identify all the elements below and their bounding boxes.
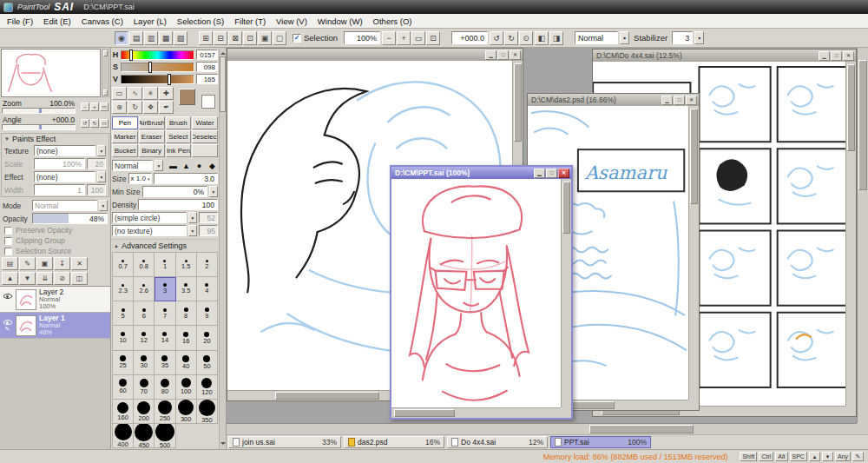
window-titlebar[interactable]: ▁ □ ✕	[227, 49, 523, 61]
nav-zoom-in-button[interactable]: +	[90, 103, 99, 111]
menu-item[interactable]: File (F)	[2, 16, 38, 27]
zoom-in-button[interactable]: +	[397, 31, 411, 45]
brush-size-cell[interactable]: 2.6	[134, 277, 155, 301]
brush-tip-diamond-icon[interactable]: ◆	[207, 160, 218, 171]
brush-texture-dropdown[interactable]: (no texture)	[112, 225, 187, 236]
width-slider[interactable]: 1	[34, 184, 85, 195]
taskbar-document[interactable]: das2.psd 16%	[344, 436, 444, 448]
taskbar-document[interactable]: join us.sai 33%	[228, 436, 341, 448]
window-maximize-button[interactable]: □	[497, 50, 509, 60]
brush-size-cell[interactable]: 12	[134, 326, 155, 350]
mdi-horizontal-scrollbar[interactable]	[227, 423, 857, 434]
tool-button[interactable]: Eraser	[139, 130, 165, 143]
brush-size-cell[interactable]: 7	[155, 301, 175, 326]
min-size-slider[interactable]: 0%	[142, 186, 207, 197]
tool-panel-scrollbar[interactable]	[219, 48, 226, 449]
reset-view-button[interactable]: ▢	[273, 31, 286, 45]
mdi-canvas-area[interactable]: ▁ □ ✕	[227, 48, 868, 434]
brush-tip-flat-icon[interactable]: ▬	[168, 160, 179, 171]
brush-size-cell[interactable]: 50	[197, 351, 218, 375]
brush-texture-dropdown-button[interactable]: ▾	[188, 225, 197, 236]
nav-angle-slider[interactable]	[2, 124, 76, 130]
layer-mode-dropdown-button[interactable]: ▾	[99, 200, 108, 211]
menu-item[interactable]: Selection (S)	[172, 16, 229, 27]
menu-item[interactable]: Edit (E)	[38, 16, 76, 27]
size-unit-dropdown[interactable]: x 1.0 ▾	[128, 173, 153, 184]
hue-value[interactable]: 0157	[196, 50, 218, 60]
nav-rotate-ccw-button[interactable]: ↺	[81, 119, 89, 128]
brush-size-cell[interactable]: 1	[155, 253, 175, 277]
transfer-down-button[interactable]: ↧	[54, 257, 70, 270]
menu-item[interactable]: Canvas (C)	[76, 16, 128, 27]
brush-size-cell[interactable]: 30	[134, 351, 155, 375]
texture-dropdown[interactable]: (none)	[34, 145, 95, 156]
rotate-ccw-button[interactable]: ↺	[490, 31, 503, 45]
window-close-button[interactable]: ✕	[843, 51, 854, 61]
delete-layer-button[interactable]: ✕	[71, 257, 88, 270]
tool-button[interactable]	[192, 144, 218, 157]
density-slider[interactable]: 100	[138, 199, 218, 210]
brush-shape-dropdown-button[interactable]: ▾	[188, 212, 197, 223]
taskbar-document[interactable]: Do 4x4.sai 12%	[447, 436, 548, 448]
layer-row[interactable]: ✎ Layer 2 Normal 100%	[0, 287, 110, 313]
brush-size-cell[interactable]: 25	[113, 351, 134, 375]
window-close-button[interactable]: ✕	[686, 96, 697, 105]
show-grid-button[interactable]: ▣	[258, 31, 272, 45]
width-numbox[interactable]: 100	[87, 184, 106, 195]
nav-zoom-reset-button[interactable]: ▭	[100, 103, 108, 111]
fit-window-button[interactable]: ⊡	[426, 31, 440, 45]
brush-size-cell[interactable]: 120	[197, 375, 218, 400]
brush-size-cell[interactable]: 300	[176, 400, 197, 424]
brush-size-cell[interactable]: 40	[176, 351, 197, 375]
paints-effect-header[interactable]: ▼ Paints Effect	[2, 134, 108, 144]
tool-button[interactable]: Water	[192, 116, 218, 129]
lower-layer-button[interactable]: ▼	[19, 272, 36, 285]
next-view-button[interactable]: ⊠	[228, 31, 242, 45]
vertical-scrollbar[interactable]	[688, 106, 699, 400]
advanced-settings-header[interactable]: ▲ Advanced Settings	[112, 239, 218, 252]
brush-size-cell[interactable]: 35	[155, 351, 175, 375]
brush-size-slider[interactable]: 3.0	[154, 173, 218, 184]
menu-item[interactable]: Others (O)	[368, 16, 418, 27]
flip-vertical-button[interactable]: ◨	[549, 31, 563, 45]
zoom-value-field[interactable]: 100%	[344, 31, 380, 44]
rotate-tool-icon[interactable]: ↻	[128, 101, 142, 114]
menu-item[interactable]: Filter (T)	[229, 16, 271, 27]
brush-size-cell[interactable]: 80	[155, 375, 175, 400]
swatches-tab[interactable]: ▦	[159, 31, 173, 45]
angle-reset-button[interactable]: ⊙	[519, 31, 533, 45]
hsv-slider-tab[interactable]: ▥	[144, 31, 158, 45]
clear-layer-button[interactable]: ⊘	[54, 272, 70, 285]
window-titlebar[interactable]: D:\CM\das2.psd (16.66%) ▁ □ ✕	[528, 94, 699, 106]
nav-zoom-slider[interactable]	[2, 108, 76, 114]
value-value[interactable]: 165	[196, 74, 218, 84]
brush-texture-numbox[interactable]: 95	[199, 225, 218, 236]
tool-button[interactable]: Bucket	[112, 144, 138, 157]
show-selection-button[interactable]: ⊡	[243, 31, 257, 45]
zoom-tool-icon[interactable]: ⊕	[112, 101, 127, 114]
brush-size-cell[interactable]: 10	[113, 326, 134, 350]
brush-size-cell[interactable]: 2	[197, 253, 218, 277]
menu-item[interactable]: View (V)	[271, 16, 312, 27]
brush-size-cell[interactable]: 3	[155, 277, 175, 301]
merge-down-button[interactable]: ⇊	[36, 272, 53, 285]
window-maximize-button[interactable]: □	[674, 96, 685, 105]
brush-tip-triangle-icon[interactable]: ▲	[181, 160, 192, 171]
brush-size-cell[interactable]: 60	[113, 375, 134, 400]
layer-visibility-toggle[interactable]: ✎	[2, 319, 13, 332]
canvas-ppt[interactable]	[391, 179, 561, 407]
layer-opacity-slider[interactable]: 48%	[32, 213, 108, 224]
taskbar-document[interactable]: PPT.sai 100%	[550, 436, 651, 448]
angle-value-field[interactable]: +000.0	[451, 31, 488, 44]
layer-list[interactable]: ✎ Layer 2 Normal 100% ✎ Layer 1 Normal 4…	[0, 286, 110, 449]
brush-size-cell[interactable]: 20	[197, 326, 218, 350]
mdi-vertical-scrollbar[interactable]	[857, 48, 868, 423]
lasso-icon[interactable]: ∿	[128, 87, 142, 100]
window-titlebar[interactable]: D:\CM\Do 4x4.sai (12.5%) ▁ □ ✕	[593, 50, 856, 62]
brush-size-cell[interactable]: 350	[197, 400, 218, 424]
rotate-cw-button[interactable]: ↻	[504, 31, 518, 45]
window-close-button[interactable]: ✕	[510, 50, 521, 60]
selection-toggle[interactable]: ✓ Selection	[293, 33, 338, 43]
tool-button[interactable]: Binary	[139, 144, 165, 157]
brush-size-cell[interactable]: 160	[113, 400, 134, 424]
